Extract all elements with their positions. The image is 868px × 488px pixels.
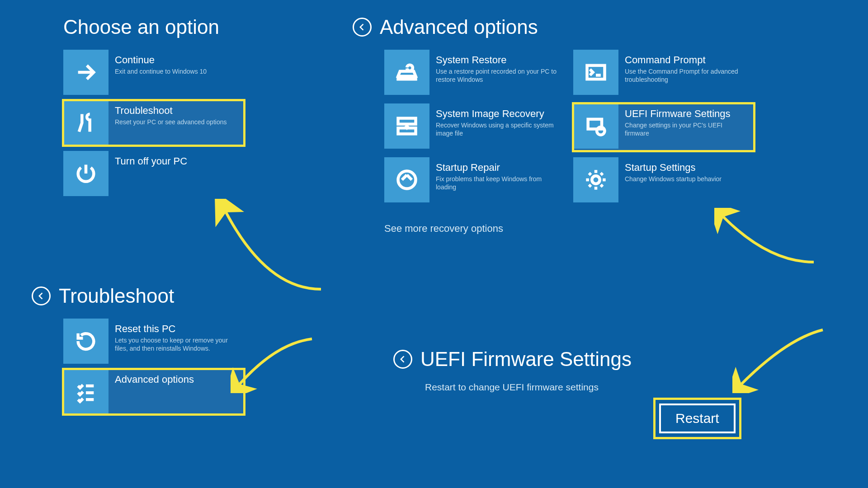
tile-title: Reset this PC [115, 323, 238, 335]
tile-desc: Use the Command Prompt for advanced trou… [625, 68, 748, 84]
terminal-icon [573, 50, 618, 95]
download-disk-icon [384, 103, 429, 149]
advanced-options-panel: Advanced options System Restore Use a re… [353, 16, 754, 235]
checklist-icon [63, 369, 108, 414]
advanced-options-tile[interactable]: Advanced options [63, 369, 244, 414]
arrow-right-icon [63, 50, 108, 95]
see-more-link[interactable]: See more recovery options [384, 223, 754, 235]
tools-icon [63, 100, 108, 145]
back-button[interactable] [353, 18, 372, 37]
tile-title: Startup Settings [625, 162, 748, 174]
turnoff-tile[interactable]: Turn off your PC [63, 151, 244, 196]
wrench-icon [384, 157, 429, 202]
restart-button-highlight: Restart [656, 400, 739, 437]
tile-title: Troubleshoot [115, 105, 238, 117]
power-icon [63, 151, 108, 196]
guide-arrow-icon [231, 334, 321, 393]
page-title: Choose an option [63, 16, 244, 38]
tile-title: Advanced options [115, 374, 238, 385]
troubleshoot-panel: Troubleshoot Reset this PC Lets you choo… [32, 285, 244, 420]
svg-rect-0 [587, 66, 605, 79]
troubleshoot-tile[interactable]: Troubleshoot Reset your PC or see advanc… [63, 100, 244, 145]
page-title: UEFI Firmware Settings [420, 348, 632, 371]
back-button[interactable] [393, 350, 412, 369]
tile-title: Turn off your PC [115, 155, 238, 167]
command-prompt-tile[interactable]: Command Prompt Use the Command Prompt fo… [573, 50, 754, 97]
page-title: Troubleshoot [59, 285, 174, 307]
svg-point-6 [592, 176, 599, 183]
tile-desc: Reset your PC or see advanced options [115, 118, 238, 127]
tile-title: UEFI Firmware Settings [625, 108, 748, 120]
tile-desc: Change settings in your PC's UEFI firmwa… [625, 122, 748, 137]
tile-desc: Exit and continue to Windows 10 [115, 68, 238, 76]
guide-arrow-icon [732, 325, 832, 393]
tile-title: Startup Repair [436, 162, 559, 174]
uefi-panel: UEFI Firmware Settings Restart to change… [393, 348, 632, 393]
continue-tile[interactable]: Continue Exit and continue to Windows 10 [63, 50, 244, 95]
gear-icon [573, 157, 618, 202]
tile-desc: Lets you choose to keep or remove your f… [115, 337, 238, 352]
tile-desc: Use a restore point recorded on your PC … [436, 68, 559, 84]
guide-arrow-icon [212, 199, 330, 294]
tile-title: System Restore [436, 54, 559, 66]
tile-title: Command Prompt [625, 54, 748, 66]
system-restore-tile[interactable]: System Restore Use a restore point recor… [384, 50, 565, 97]
svg-point-4 [597, 127, 604, 135]
tile-desc: Fix problems that keep Windows from load… [436, 175, 559, 191]
page-title: Advanced options [380, 16, 538, 38]
chip-gear-icon [573, 103, 618, 149]
svg-point-5 [398, 171, 416, 189]
reset-pc-tile[interactable]: Reset this PC Lets you choose to keep or… [63, 319, 244, 364]
system-image-tile[interactable]: System Image Recovery Recover Windows us… [384, 103, 565, 151]
tile-title: Continue [115, 54, 238, 66]
uefi-tile[interactable]: UEFI Firmware Settings Change settings i… [573, 103, 754, 151]
reset-icon [63, 319, 108, 364]
tile-title: System Image Recovery [436, 108, 559, 120]
tile-desc: Change Windows startup behavior [625, 175, 748, 183]
uefi-description: Restart to change UEFI firmware settings [425, 382, 632, 393]
choose-option-panel: Choose an option Continue Exit and conti… [63, 16, 244, 202]
svg-rect-1 [398, 118, 416, 124]
tile-desc: Recover Windows using a specific system … [436, 122, 559, 137]
restart-button[interactable]: Restart [659, 404, 736, 433]
startup-settings-tile[interactable]: Startup Settings Change Windows startup … [573, 157, 754, 205]
back-button[interactable] [32, 286, 51, 305]
restore-icon [384, 50, 429, 95]
startup-repair-tile[interactable]: Startup Repair Fix problems that keep Wi… [384, 157, 565, 205]
